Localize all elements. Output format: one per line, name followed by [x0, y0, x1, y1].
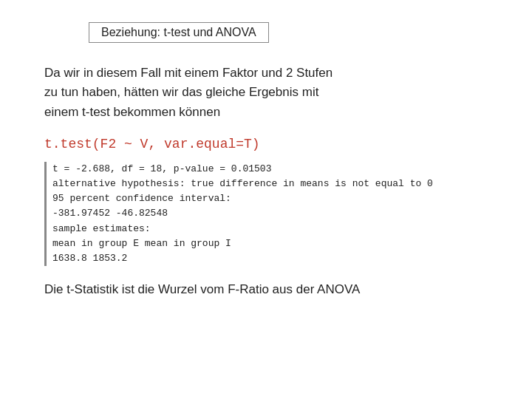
description-line2: zu tun haben, hätten wir das gleiche Erg…	[44, 85, 318, 99]
code-output-line1: t = -2.688, df = 18, p-value = 0.01503	[52, 162, 488, 177]
page-container: Beziehung: t-test und ANOVA Da wir in di…	[0, 0, 532, 399]
code-output-line7: 1638.8 1853.2	[52, 251, 488, 266]
code-output-block: t = -2.688, df = 18, p-value = 0.01503 a…	[44, 162, 488, 266]
description-line1: Da wir in diesem Fall mit einem Faktor u…	[44, 66, 332, 80]
code-output-line4: -381.97452 -46.82548	[52, 206, 488, 221]
code-call: t.test(F2 ~ V, var.equal=T)	[44, 137, 488, 151]
description-line3: einem t-test bekommen können	[44, 105, 220, 119]
footer-text: Die t-Statistik ist die Wurzel vom F-Rat…	[44, 282, 488, 297]
description-block: Da wir in diesem Fall mit einem Faktor u…	[44, 64, 488, 122]
code-output-line2: alternative hypothesis: true difference …	[52, 177, 488, 191]
code-output-line6: mean in group E mean in group I	[52, 236, 488, 251]
title-box: Beziehung: t-test und ANOVA	[89, 22, 269, 43]
code-output-line3: 95 percent confidence interval:	[52, 191, 488, 206]
code-output-line5: sample estimates:	[52, 222, 488, 236]
slide-title: Beziehung: t-test und ANOVA	[101, 26, 256, 38]
